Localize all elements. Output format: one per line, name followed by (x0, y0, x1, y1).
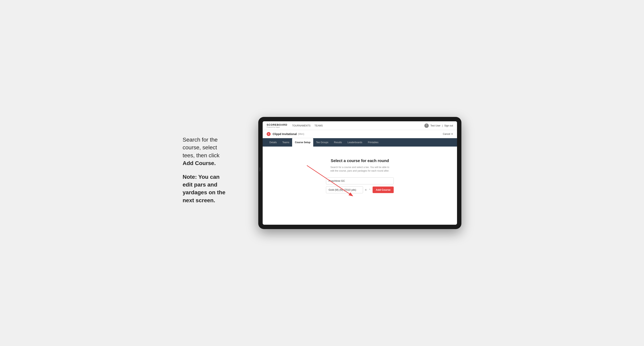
logo-text: SCOREBOARD (267, 123, 287, 126)
power-button (260, 168, 260, 172)
annotation-container: Select a course for each round Search fo… (263, 147, 457, 222)
top-nav: SCOREBOARD Powered by clippd TOURNAMENTS… (263, 121, 457, 130)
nav-separator: | (442, 124, 443, 127)
tournament-logo-icon: C (267, 132, 270, 136)
section-desc: Search for a course and select a tee. Yo… (330, 166, 390, 173)
top-nav-right: T Test User | Sign out (424, 124, 453, 128)
tab-teams[interactable]: Teams (280, 138, 292, 147)
instruction-line1: Search for the (182, 137, 218, 143)
course-form: Gold (M) (M) (7010 yds) ✕ ⌃ Add Course (326, 177, 394, 193)
logo-area: SCOREBOARD Powered by clippd (267, 123, 287, 128)
sub-nav: Details Teams Course Setup Tee Groups Re… (263, 138, 457, 147)
top-nav-links: TOURNAMENTS TEAMS (292, 124, 424, 128)
note-line3: yardages on the (182, 189, 226, 195)
tab-tee-groups[interactable]: Tee Groups (313, 138, 331, 147)
select-expand-icon[interactable]: ⌃ (368, 188, 371, 191)
sidebar-instructions: Search for the course, select tees, then… (182, 136, 246, 210)
page-wrapper: Search for the course, select tees, then… (182, 117, 462, 229)
select-clear-icon[interactable]: ✕ (364, 188, 367, 191)
nav-tournaments[interactable]: TOURNAMENTS (292, 124, 310, 128)
cancel-icon: ✕ (451, 133, 453, 135)
tournament-header: C Clippd Invitational (Men) Cancel ✕ (263, 130, 457, 138)
instruction-bold: Add Course. (182, 160, 216, 166)
tournament-subtitle: (Men) (298, 133, 304, 135)
add-course-button[interactable]: Add Course (372, 186, 394, 193)
instruction-line3: tees, then click (182, 152, 220, 159)
note-line4: next screen. (182, 197, 215, 203)
cancel-button[interactable]: Cancel ✕ (443, 133, 453, 135)
tab-results[interactable]: Results (331, 138, 345, 147)
tablet-screen: SCOREBOARD Powered by clippd TOURNAMENTS… (263, 121, 457, 225)
tournament-title: Clippd Invitational (272, 133, 297, 136)
user-avatar: T (424, 124, 429, 128)
instruction-line2: course, select (182, 144, 217, 151)
tab-course-setup[interactable]: Course Setup (292, 138, 313, 147)
main-content: Select a course for each round Search fo… (263, 147, 457, 222)
sign-out-link[interactable]: Sign out (444, 124, 453, 128)
tab-leaderboards[interactable]: Leaderboards (345, 138, 365, 147)
nav-teams[interactable]: TEAMS (314, 124, 322, 128)
section-title: Select a course for each round (331, 159, 389, 163)
course-search-input[interactable] (326, 177, 394, 184)
note-line1: Note: You can (182, 174, 220, 180)
tee-select-row: Gold (M) (M) (7010 yds) ✕ ⌃ Add Course (326, 186, 394, 193)
tab-details[interactable]: Details (267, 138, 280, 147)
note-line2: edit pars and (182, 181, 217, 188)
logo-sub: Powered by clippd (267, 126, 287, 128)
user-name: Test User (430, 124, 440, 127)
tab-printables[interactable]: Printables (365, 138, 381, 147)
tee-select[interactable]: Gold (M) (M) (7010 yds) (326, 186, 363, 193)
tablet-frame: SCOREBOARD Powered by clippd TOURNAMENTS… (258, 117, 462, 229)
